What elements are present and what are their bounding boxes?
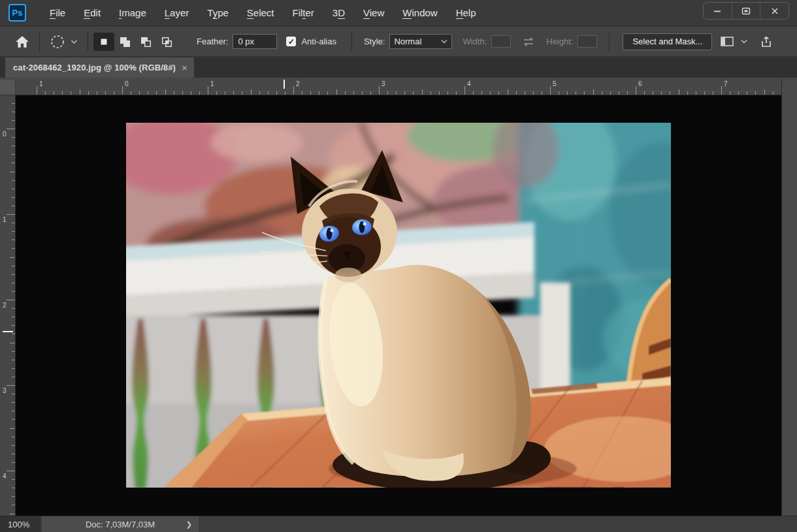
ruler-tick bbox=[12, 368, 15, 369]
ruler-tick bbox=[88, 91, 89, 95]
ruler-tick bbox=[679, 89, 679, 95]
menu-item-type[interactable]: Type bbox=[198, 3, 238, 22]
ruler-tick bbox=[208, 86, 208, 95]
ruler-tick bbox=[481, 91, 482, 95]
menu-item-edit[interactable]: Edit bbox=[74, 3, 110, 22]
ruler-tick bbox=[114, 91, 114, 95]
menu-item-window[interactable]: Window bbox=[393, 3, 446, 22]
ruler-label: 2 bbox=[296, 80, 300, 87]
ruler-tick bbox=[12, 112, 15, 112]
ruler-tick bbox=[12, 103, 15, 104]
ruler-tick bbox=[773, 91, 773, 95]
menu-item-file[interactable]: File bbox=[41, 3, 74, 22]
maximize-icon bbox=[741, 7, 751, 15]
ruler-label: 6 bbox=[638, 80, 642, 87]
ruler-origin-box[interactable] bbox=[0, 80, 16, 95]
ruler-tick bbox=[174, 91, 174, 95]
ruler-label: 5 bbox=[553, 80, 557, 87]
ruler-tick bbox=[285, 91, 285, 95]
menu-item-image[interactable]: Image bbox=[110, 3, 155, 22]
ruler-tick bbox=[738, 91, 739, 95]
ruler-tick bbox=[627, 91, 628, 95]
zoom-level-field[interactable]: 100% bbox=[0, 516, 41, 532]
menu-mnemonic: E bbox=[84, 7, 90, 19]
ruler-tick bbox=[10, 514, 15, 514]
feather-input[interactable]: 0 px bbox=[233, 34, 277, 49]
new-selection-mode-button[interactable] bbox=[93, 33, 114, 51]
menu-item-view[interactable]: View bbox=[354, 3, 393, 22]
ruler-tick bbox=[370, 91, 371, 95]
tool-options-bar: Feather: 0 px ✓ Anti-alias Style: Normal… bbox=[0, 27, 797, 57]
subtract-from-selection-mode-button[interactable] bbox=[135, 33, 156, 51]
swap-width-height-icon bbox=[521, 37, 536, 47]
ruler-tick bbox=[131, 91, 131, 95]
close-icon bbox=[771, 7, 779, 15]
ruler-tick bbox=[12, 325, 15, 326]
ruler-tick bbox=[139, 91, 140, 95]
add-to-selection-mode-button[interactable] bbox=[114, 33, 135, 51]
ruler-tick bbox=[12, 351, 15, 352]
ruler-label: 1 bbox=[3, 216, 7, 223]
ruler-tick bbox=[310, 91, 311, 95]
ruler-tick bbox=[12, 274, 15, 275]
menu-item-layer[interactable]: Layer bbox=[155, 3, 199, 22]
menu-item-filter[interactable]: Filter bbox=[284, 3, 323, 22]
document-tab[interactable]: cat-2068462_1920.jpg @ 100% (RGB/8#) × bbox=[5, 57, 194, 78]
ruler-tick bbox=[533, 91, 534, 95]
ruler-tick bbox=[447, 91, 448, 95]
ruler-tick bbox=[12, 402, 15, 403]
menu-mnemonic: D bbox=[338, 7, 345, 19]
menu-mnemonic: S bbox=[247, 7, 253, 19]
ruler-tick bbox=[431, 91, 431, 95]
select-and-mask-button[interactable]: Select and Mask... bbox=[623, 33, 712, 50]
anti-alias-checkbox[interactable]: ✓ bbox=[286, 37, 296, 46]
ruler-tick bbox=[225, 91, 225, 95]
minimize-button[interactable] bbox=[704, 3, 732, 19]
document-canvas[interactable] bbox=[16, 95, 781, 516]
tab-close-icon[interactable]: × bbox=[182, 62, 187, 73]
window-controls bbox=[703, 2, 789, 20]
menu-item-help[interactable]: Help bbox=[447, 3, 485, 22]
home-icon bbox=[15, 35, 29, 48]
horizontal-ruler[interactable]: 101234567 bbox=[16, 80, 781, 95]
vertical-ruler[interactable]: 01234 bbox=[0, 95, 16, 516]
menu-mnemonic: F bbox=[50, 7, 56, 19]
workspace-panel-toggle-button[interactable] bbox=[716, 31, 738, 52]
menu-item-3d[interactable]: 3D bbox=[323, 3, 354, 22]
panel-chevron-button[interactable] bbox=[738, 31, 750, 52]
ruler-tick bbox=[567, 91, 568, 95]
home-button[interactable] bbox=[10, 31, 34, 52]
ruler-tick bbox=[696, 91, 696, 95]
ruler-tick bbox=[12, 505, 15, 505]
elliptical-marquee-tool-button[interactable] bbox=[45, 31, 82, 52]
ruler-label: 1 bbox=[210, 80, 214, 87]
intersect-selection-mode-button[interactable] bbox=[156, 33, 177, 51]
cat-photo[interactable] bbox=[126, 123, 671, 488]
cursor-position-marker bbox=[3, 331, 13, 332]
status-bar: 100% Doc: 7,03M/7,03M ❯ bbox=[0, 516, 797, 532]
document-size-cell: Doc: 7,03M/7,03M ❯ bbox=[42, 516, 199, 532]
ruler-tick bbox=[336, 89, 337, 95]
menu-mnemonic: V bbox=[363, 7, 370, 19]
ruler-tick bbox=[439, 91, 440, 95]
ruler-tick bbox=[12, 137, 15, 138]
ruler-tick bbox=[764, 89, 765, 95]
share-button[interactable] bbox=[755, 31, 777, 52]
menu-item-select[interactable]: Select bbox=[238, 3, 284, 22]
style-dropdown[interactable]: Normal bbox=[389, 34, 452, 49]
close-button[interactable] bbox=[760, 3, 789, 19]
ruler-tick bbox=[12, 163, 15, 163]
ruler-tick bbox=[12, 496, 15, 497]
ruler-tick bbox=[422, 89, 423, 95]
ruler-tick bbox=[404, 91, 405, 95]
ruler-tick bbox=[713, 91, 713, 95]
maximize-button[interactable] bbox=[732, 3, 760, 19]
status-expander-icon[interactable]: ❯ bbox=[186, 520, 192, 529]
ruler-tick bbox=[191, 91, 191, 95]
photoshop-logo-icon[interactable]: Ps bbox=[8, 4, 26, 22]
separator bbox=[88, 32, 88, 52]
ruler-tick bbox=[319, 91, 319, 95]
anti-alias-label: Anti-alias bbox=[301, 37, 336, 46]
ruler-tick bbox=[327, 91, 328, 95]
separator bbox=[351, 32, 352, 52]
